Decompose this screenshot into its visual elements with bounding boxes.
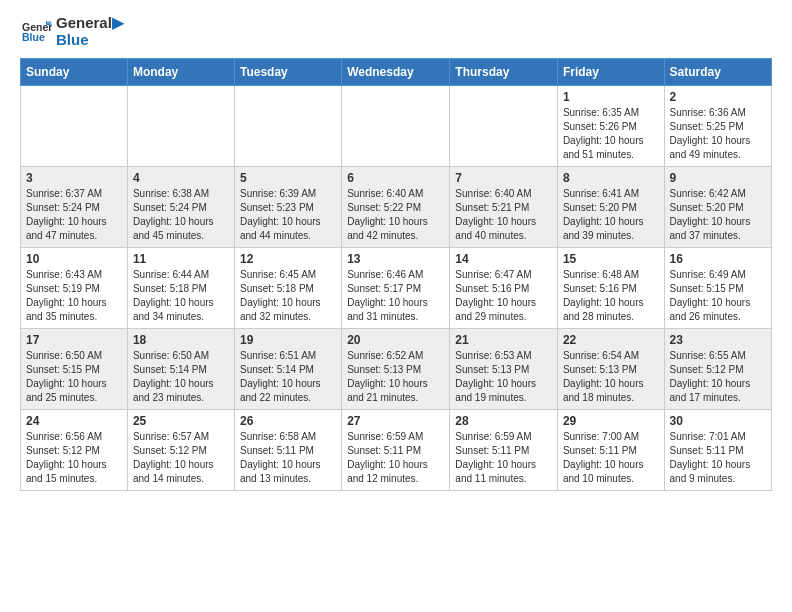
calendar-cell	[450, 86, 558, 167]
calendar-cell: 3Sunrise: 6:37 AM Sunset: 5:24 PM Daylig…	[21, 167, 128, 248]
day-number: 16	[670, 252, 766, 266]
calendar-cell: 21Sunrise: 6:53 AM Sunset: 5:13 PM Dayli…	[450, 329, 558, 410]
calendar-cell: 8Sunrise: 6:41 AM Sunset: 5:20 PM Daylig…	[557, 167, 664, 248]
day-info: Sunrise: 6:40 AM Sunset: 5:21 PM Dayligh…	[455, 187, 552, 243]
day-number: 10	[26, 252, 122, 266]
day-number: 29	[563, 414, 659, 428]
calendar-cell: 22Sunrise: 6:54 AM Sunset: 5:13 PM Dayli…	[557, 329, 664, 410]
calendar-cell: 12Sunrise: 6:45 AM Sunset: 5:18 PM Dayli…	[234, 248, 341, 329]
day-info: Sunrise: 6:57 AM Sunset: 5:12 PM Dayligh…	[133, 430, 229, 486]
day-info: Sunrise: 6:54 AM Sunset: 5:13 PM Dayligh…	[563, 349, 659, 405]
calendar-cell: 18Sunrise: 6:50 AM Sunset: 5:14 PM Dayli…	[127, 329, 234, 410]
calendar-header-monday: Monday	[127, 59, 234, 86]
day-info: Sunrise: 6:51 AM Sunset: 5:14 PM Dayligh…	[240, 349, 336, 405]
calendar-week-row: 24Sunrise: 6:56 AM Sunset: 5:12 PM Dayli…	[21, 410, 772, 491]
calendar-cell: 30Sunrise: 7:01 AM Sunset: 5:11 PM Dayli…	[664, 410, 771, 491]
day-number: 22	[563, 333, 659, 347]
calendar-cell: 14Sunrise: 6:47 AM Sunset: 5:16 PM Dayli…	[450, 248, 558, 329]
day-info: Sunrise: 6:59 AM Sunset: 5:11 PM Dayligh…	[347, 430, 444, 486]
calendar-cell: 23Sunrise: 6:55 AM Sunset: 5:12 PM Dayli…	[664, 329, 771, 410]
day-info: Sunrise: 6:50 AM Sunset: 5:14 PM Dayligh…	[133, 349, 229, 405]
calendar-cell: 13Sunrise: 6:46 AM Sunset: 5:17 PM Dayli…	[342, 248, 450, 329]
calendar-cell: 17Sunrise: 6:50 AM Sunset: 5:15 PM Dayli…	[21, 329, 128, 410]
day-number: 15	[563, 252, 659, 266]
logo-line2: Blue	[56, 32, 124, 49]
calendar-week-row: 10Sunrise: 6:43 AM Sunset: 5:19 PM Dayli…	[21, 248, 772, 329]
calendar-cell: 11Sunrise: 6:44 AM Sunset: 5:18 PM Dayli…	[127, 248, 234, 329]
calendar-week-row: 1Sunrise: 6:35 AM Sunset: 5:26 PM Daylig…	[21, 86, 772, 167]
calendar-cell: 25Sunrise: 6:57 AM Sunset: 5:12 PM Dayli…	[127, 410, 234, 491]
calendar-header-wednesday: Wednesday	[342, 59, 450, 86]
calendar-cell: 20Sunrise: 6:52 AM Sunset: 5:13 PM Dayli…	[342, 329, 450, 410]
day-info: Sunrise: 6:50 AM Sunset: 5:15 PM Dayligh…	[26, 349, 122, 405]
day-number: 21	[455, 333, 552, 347]
day-info: Sunrise: 6:55 AM Sunset: 5:12 PM Dayligh…	[670, 349, 766, 405]
calendar-cell: 24Sunrise: 6:56 AM Sunset: 5:12 PM Dayli…	[21, 410, 128, 491]
day-number: 25	[133, 414, 229, 428]
calendar-cell: 7Sunrise: 6:40 AM Sunset: 5:21 PM Daylig…	[450, 167, 558, 248]
logo-line1: General▶	[56, 15, 124, 32]
day-number: 1	[563, 90, 659, 104]
calendar-cell: 4Sunrise: 6:38 AM Sunset: 5:24 PM Daylig…	[127, 167, 234, 248]
calendar-cell: 28Sunrise: 6:59 AM Sunset: 5:11 PM Dayli…	[450, 410, 558, 491]
day-number: 17	[26, 333, 122, 347]
svg-text:Blue: Blue	[22, 31, 45, 43]
day-number: 23	[670, 333, 766, 347]
day-number: 11	[133, 252, 229, 266]
calendar-cell: 1Sunrise: 6:35 AM Sunset: 5:26 PM Daylig…	[557, 86, 664, 167]
day-info: Sunrise: 6:43 AM Sunset: 5:19 PM Dayligh…	[26, 268, 122, 324]
day-info: Sunrise: 6:58 AM Sunset: 5:11 PM Dayligh…	[240, 430, 336, 486]
day-number: 5	[240, 171, 336, 185]
logo: General Blue General▶ Blue	[20, 15, 124, 48]
day-info: Sunrise: 6:56 AM Sunset: 5:12 PM Dayligh…	[26, 430, 122, 486]
calendar-header-friday: Friday	[557, 59, 664, 86]
day-info: Sunrise: 6:44 AM Sunset: 5:18 PM Dayligh…	[133, 268, 229, 324]
calendar-cell: 29Sunrise: 7:00 AM Sunset: 5:11 PM Dayli…	[557, 410, 664, 491]
calendar-cell	[234, 86, 341, 167]
calendar-cell	[127, 86, 234, 167]
calendar-cell: 26Sunrise: 6:58 AM Sunset: 5:11 PM Dayli…	[234, 410, 341, 491]
day-info: Sunrise: 6:41 AM Sunset: 5:20 PM Dayligh…	[563, 187, 659, 243]
day-number: 6	[347, 171, 444, 185]
header: General Blue General▶ Blue	[20, 15, 772, 48]
calendar-week-row: 3Sunrise: 6:37 AM Sunset: 5:24 PM Daylig…	[21, 167, 772, 248]
calendar-cell: 19Sunrise: 6:51 AM Sunset: 5:14 PM Dayli…	[234, 329, 341, 410]
day-info: Sunrise: 6:42 AM Sunset: 5:20 PM Dayligh…	[670, 187, 766, 243]
day-number: 20	[347, 333, 444, 347]
day-info: Sunrise: 6:39 AM Sunset: 5:23 PM Dayligh…	[240, 187, 336, 243]
day-info: Sunrise: 6:52 AM Sunset: 5:13 PM Dayligh…	[347, 349, 444, 405]
calendar-cell: 10Sunrise: 6:43 AM Sunset: 5:19 PM Dayli…	[21, 248, 128, 329]
day-info: Sunrise: 6:45 AM Sunset: 5:18 PM Dayligh…	[240, 268, 336, 324]
page: General Blue General▶ Blue SundayMondayT…	[0, 0, 792, 511]
calendar-header-sunday: Sunday	[21, 59, 128, 86]
day-number: 28	[455, 414, 552, 428]
calendar-header-tuesday: Tuesday	[234, 59, 341, 86]
calendar-week-row: 17Sunrise: 6:50 AM Sunset: 5:15 PM Dayli…	[21, 329, 772, 410]
day-number: 18	[133, 333, 229, 347]
calendar-header-saturday: Saturday	[664, 59, 771, 86]
day-number: 8	[563, 171, 659, 185]
calendar-cell	[342, 86, 450, 167]
day-number: 7	[455, 171, 552, 185]
calendar-cell: 9Sunrise: 6:42 AM Sunset: 5:20 PM Daylig…	[664, 167, 771, 248]
day-info: Sunrise: 7:01 AM Sunset: 5:11 PM Dayligh…	[670, 430, 766, 486]
day-info: Sunrise: 6:59 AM Sunset: 5:11 PM Dayligh…	[455, 430, 552, 486]
day-number: 19	[240, 333, 336, 347]
day-info: Sunrise: 6:49 AM Sunset: 5:15 PM Dayligh…	[670, 268, 766, 324]
day-number: 24	[26, 414, 122, 428]
day-number: 4	[133, 171, 229, 185]
day-number: 13	[347, 252, 444, 266]
day-info: Sunrise: 6:47 AM Sunset: 5:16 PM Dayligh…	[455, 268, 552, 324]
day-info: Sunrise: 6:37 AM Sunset: 5:24 PM Dayligh…	[26, 187, 122, 243]
day-info: Sunrise: 6:48 AM Sunset: 5:16 PM Dayligh…	[563, 268, 659, 324]
logo-icon: General Blue	[22, 17, 52, 47]
day-number: 14	[455, 252, 552, 266]
calendar-cell: 6Sunrise: 6:40 AM Sunset: 5:22 PM Daylig…	[342, 167, 450, 248]
calendar-table: SundayMondayTuesdayWednesdayThursdayFrid…	[20, 58, 772, 491]
day-number: 9	[670, 171, 766, 185]
calendar-header-row: SundayMondayTuesdayWednesdayThursdayFrid…	[21, 59, 772, 86]
calendar-cell: 2Sunrise: 6:36 AM Sunset: 5:25 PM Daylig…	[664, 86, 771, 167]
calendar-header-thursday: Thursday	[450, 59, 558, 86]
day-info: Sunrise: 7:00 AM Sunset: 5:11 PM Dayligh…	[563, 430, 659, 486]
day-info: Sunrise: 6:53 AM Sunset: 5:13 PM Dayligh…	[455, 349, 552, 405]
